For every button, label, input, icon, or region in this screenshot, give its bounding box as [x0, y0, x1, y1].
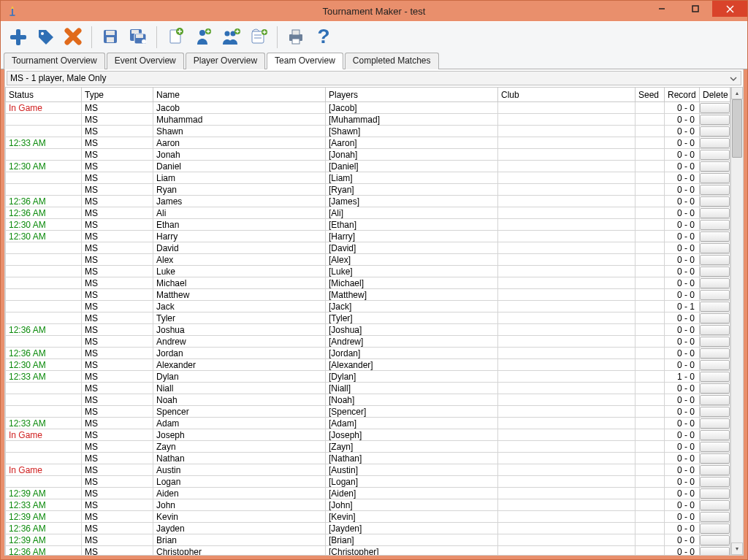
cell-seed[interactable] — [636, 371, 665, 383]
cell-players[interactable]: [James] — [326, 196, 498, 207]
cell-club[interactable] — [498, 242, 636, 254]
delete-row-button[interactable] — [700, 313, 730, 323]
cell-status[interactable] — [6, 266, 82, 277]
delete-row-button[interactable] — [700, 547, 730, 556]
cell-type[interactable]: MS — [82, 137, 153, 149]
table-row[interactable]: 12:39 AMMSBrian[Brian]0 - 0 — [6, 534, 730, 546]
delete-row-button[interactable] — [700, 302, 730, 312]
event-filter-dropdown[interactable]: MS - 1 player, Male Only — [7, 71, 741, 85]
cell-status[interactable] — [6, 114, 82, 126]
cell-players[interactable]: [Noah] — [326, 394, 498, 406]
delete-row-button[interactable] — [700, 430, 730, 440]
cell-club[interactable] — [498, 207, 636, 219]
cell-name[interactable]: Harry — [153, 231, 326, 242]
cell-seed[interactable] — [636, 429, 665, 441]
cell-seed[interactable] — [636, 149, 665, 161]
cell-name[interactable]: Dylan — [153, 371, 326, 383]
new-doc-button[interactable] — [163, 25, 188, 50]
cell-type[interactable]: MS — [82, 406, 153, 418]
cell-name[interactable]: James — [153, 196, 326, 207]
cell-players[interactable]: [Tyler] — [326, 312, 498, 324]
cell-seed[interactable] — [636, 546, 665, 556]
cell-players[interactable]: [Alexander] — [326, 359, 498, 371]
tab-completed-matches[interactable]: Completed Matches — [345, 53, 439, 69]
table-row[interactable]: MSSpencer[Spencer]0 - 0 — [6, 406, 730, 418]
titlebar[interactable]: Tournament Maker - test — [1, 1, 747, 21]
cell-record[interactable]: 0 - 0 — [665, 277, 700, 289]
cell-seed[interactable] — [636, 418, 665, 429]
delete-row-button[interactable] — [700, 325, 730, 335]
cell-type[interactable]: MS — [82, 534, 153, 546]
cell-club[interactable] — [498, 254, 636, 266]
cell-type[interactable]: MS — [82, 359, 153, 371]
cell-players[interactable]: [Spencer] — [326, 406, 498, 418]
cell-record[interactable]: 0 - 0 — [665, 149, 700, 161]
cell-name[interactable]: Jonah — [153, 149, 326, 161]
cell-record[interactable]: 0 - 0 — [665, 207, 700, 219]
cell-players[interactable]: [Michael] — [326, 277, 498, 289]
cell-name[interactable]: Logan — [153, 476, 326, 488]
cell-record[interactable]: 0 - 0 — [665, 476, 700, 488]
cell-record[interactable]: 0 - 0 — [665, 231, 700, 242]
cell-club[interactable] — [498, 301, 636, 312]
cell-seed[interactable] — [636, 348, 665, 359]
cell-players[interactable]: [Niall] — [326, 383, 498, 394]
cell-players[interactable]: [Jayden] — [326, 523, 498, 534]
table-row[interactable]: MSZayn[Zayn]0 - 0 — [6, 441, 730, 453]
cell-status[interactable] — [6, 476, 82, 488]
cell-record[interactable]: 0 - 1 — [665, 301, 700, 312]
cell-name[interactable]: Andrew — [153, 336, 326, 348]
cell-status[interactable]: 12:33 AM — [6, 371, 82, 383]
tab-player-overview[interactable]: Player Overview — [186, 53, 265, 69]
cell-seed[interactable] — [636, 523, 665, 534]
cell-players[interactable]: [Jordan] — [326, 348, 498, 359]
table-row[interactable]: MSShawn[Shawn]0 - 0 — [6, 126, 730, 137]
cell-record[interactable]: 0 - 0 — [665, 534, 700, 546]
table-row[interactable]: MSDavid[David]0 - 0 — [6, 242, 730, 254]
cell-record[interactable]: 0 - 0 — [665, 348, 700, 359]
cell-seed[interactable] — [636, 207, 665, 219]
cell-name[interactable]: Jordan — [153, 348, 326, 359]
col-header-name[interactable]: Name — [153, 88, 326, 102]
delete-row-button[interactable] — [700, 173, 730, 183]
cell-type[interactable]: MS — [82, 301, 153, 312]
cell-players[interactable]: [Austin] — [326, 464, 498, 476]
scroll-down-arrow-icon[interactable]: ▾ — [731, 542, 743, 555]
cell-club[interactable] — [498, 324, 636, 336]
cell-status[interactable] — [6, 383, 82, 394]
cell-name[interactable]: Christopher — [153, 546, 326, 556]
tag-button[interactable] — [33, 25, 58, 50]
cell-players[interactable]: [Brian] — [326, 534, 498, 546]
cell-seed[interactable] — [636, 242, 665, 254]
cell-name[interactable]: Jack — [153, 301, 326, 312]
cell-status[interactable]: In Game — [6, 429, 82, 441]
cell-status[interactable] — [6, 289, 82, 301]
cell-status[interactable]: 12:36 AM — [6, 546, 82, 556]
add-people-button[interactable] — [218, 25, 243, 50]
table-row[interactable]: 12:33 AMMSAdam[Adam]0 - 0 — [6, 418, 730, 429]
tab-team-overview[interactable]: Team Overview — [267, 53, 343, 69]
cell-record[interactable]: 0 - 0 — [665, 488, 700, 499]
cell-status[interactable] — [6, 453, 82, 464]
tab-event-overview[interactable]: Event Overview — [107, 53, 184, 69]
cell-seed[interactable] — [636, 114, 665, 126]
delete-row-button[interactable] — [700, 535, 730, 545]
cell-players[interactable]: [Kevin] — [326, 511, 498, 523]
cell-club[interactable] — [498, 499, 636, 511]
cell-type[interactable]: MS — [82, 114, 153, 126]
cell-club[interactable] — [498, 137, 636, 149]
cell-name[interactable]: Ethan — [153, 219, 326, 231]
cell-status[interactable]: 12:36 AM — [6, 196, 82, 207]
cell-club[interactable] — [498, 348, 636, 359]
cell-players[interactable]: [Muhammad] — [326, 114, 498, 126]
cell-club[interactable] — [498, 488, 636, 499]
cell-name[interactable]: Alex — [153, 254, 326, 266]
table-row[interactable]: MSMichael[Michael]0 - 0 — [6, 277, 730, 289]
table-row[interactable]: 12:36 AMMSJordan[Jordan]0 - 0 — [6, 348, 730, 359]
table-row[interactable]: MSNoah[Noah]0 - 0 — [6, 394, 730, 406]
cell-players[interactable]: [Adam] — [326, 418, 498, 429]
cell-record[interactable]: 0 - 0 — [665, 289, 700, 301]
cell-name[interactable]: Matthew — [153, 289, 326, 301]
delete-row-button[interactable] — [700, 477, 730, 487]
cell-name[interactable]: Jayden — [153, 523, 326, 534]
